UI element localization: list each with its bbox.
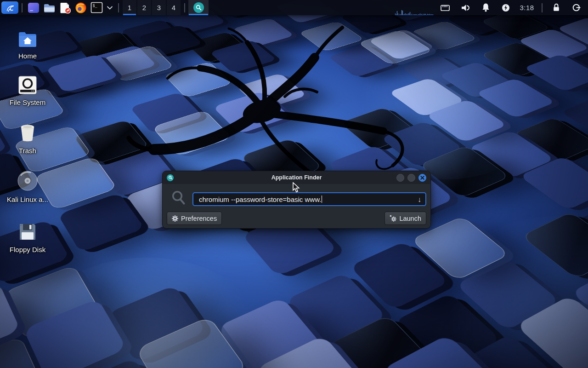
launcher-terminal[interactable]: $_: [89, 1, 105, 14]
workspace-4[interactable]: 4: [167, 0, 181, 15]
firefox-icon: [75, 2, 87, 14]
disc-icon: [0, 170, 55, 191]
text-caret: [322, 196, 322, 203]
application-finder-icon: [193, 2, 204, 13]
desktop-icon-kali-linux[interactable]: Kali Linux a...: [0, 170, 55, 203]
command-text: chromium --password-store=basic www.: [199, 196, 321, 203]
minimize-button[interactable]: [396, 174, 404, 182]
wallpaper-cube: [164, 62, 233, 98]
floppy-disk-icon: [0, 220, 55, 242]
panel-separator: [22, 3, 23, 12]
titlebar[interactable]: Application Finder: [163, 171, 430, 184]
workspace-label: 4: [172, 4, 175, 12]
terminal-icon: $_: [90, 2, 103, 13]
launcher-app-window[interactable]: [26, 1, 41, 14]
launch-button[interactable]: Launch: [384, 212, 426, 225]
document-icon: [59, 2, 71, 14]
command-input[interactable]: chromium --password-store=basic www. ↓: [192, 192, 426, 206]
run-gear-icon: [390, 215, 396, 222]
wallpaper-cube: [152, 221, 242, 284]
desktop-icon-home[interactable]: Home: [0, 27, 55, 60]
workspace-label: 3: [157, 4, 161, 12]
logout-icon: [572, 3, 582, 12]
desktop-icon-label: Kali Linux a...: [0, 196, 55, 203]
notifications-tray-button[interactable]: [476, 1, 495, 14]
workspace-2[interactable]: 2: [137, 0, 151, 15]
clock[interactable]: 3:18: [516, 1, 537, 14]
maximize-button[interactable]: [407, 174, 415, 182]
panel-separator: [184, 3, 185, 12]
desktop-root: $_ 1 2 3 4: [0, 0, 588, 368]
volume-icon: [460, 3, 470, 13]
desktop-icon-trash[interactable]: Trash: [0, 121, 55, 155]
lock-screen-button[interactable]: [547, 1, 566, 14]
network-icon: [440, 3, 450, 12]
launch-label: Launch: [399, 215, 421, 222]
trash-bin-icon: [0, 121, 55, 143]
bell-icon: [481, 3, 491, 12]
search-icon: [171, 190, 186, 206]
workspace-label: 1: [128, 4, 131, 12]
logout-button[interactable]: [567, 1, 586, 14]
gear-icon: [172, 215, 178, 222]
terminal-prompt-glyph: $_: [93, 3, 98, 8]
network-tray-button[interactable]: [435, 1, 455, 14]
finder-body: chromium --password-store=basic www. ↓ P…: [163, 184, 430, 229]
wallpaper-cube: [521, 212, 588, 279]
history-dropdown-arrow-icon[interactable]: ↓: [418, 194, 421, 205]
launcher-text-editor[interactable]: [57, 1, 73, 14]
power-manager-icon: [501, 3, 510, 12]
lock-icon: [552, 3, 561, 12]
desktop-icon-floppy-disk[interactable]: Floppy Disk: [0, 220, 55, 253]
workspace-label: 2: [142, 4, 146, 12]
close-icon: [420, 176, 424, 180]
system-tray: 3:18: [435, 1, 588, 14]
app-window-icon: [28, 2, 40, 13]
desktop-icon-label: File System: [0, 98, 55, 106]
workspace-1[interactable]: 1: [123, 0, 136, 15]
launcher-firefox[interactable]: [73, 1, 89, 14]
top-panel: $_ 1 2 3 4: [0, 0, 588, 15]
hard-drive-icon: [0, 73, 55, 94]
home-folder-icon: [0, 27, 55, 48]
desktop-icon-label: Trash: [0, 147, 55, 155]
desktop-icon-file-system[interactable]: File System: [0, 73, 55, 106]
close-button[interactable]: [418, 174, 426, 182]
taskbar-application-finder[interactable]: [188, 0, 209, 15]
application-finder-window: Application Finder chromium --password-s…: [162, 171, 431, 229]
panel-separator: [118, 3, 119, 12]
panel-separator: [542, 3, 543, 12]
power-manager-tray-button[interactable]: [496, 1, 515, 14]
folder-icon: [43, 2, 56, 13]
workspace-3[interactable]: 3: [152, 0, 166, 15]
launcher-file-manager[interactable]: [41, 1, 57, 14]
system-load-graph[interactable]: [395, 0, 435, 15]
desktop-icon-label: Home: [0, 52, 55, 60]
applications-menu-button[interactable]: [1, 1, 18, 14]
window-title: Application Finder: [163, 174, 430, 181]
kali-logo-icon: [5, 3, 15, 13]
volume-tray-button[interactable]: [456, 1, 475, 14]
preferences-button[interactable]: Preferences: [167, 212, 222, 225]
terminal-dropdown-button[interactable]: [105, 1, 115, 14]
desktop-icon-label: Floppy Disk: [0, 246, 55, 253]
chevron-down-icon: [107, 6, 113, 10]
preferences-label: Preferences: [181, 215, 217, 222]
